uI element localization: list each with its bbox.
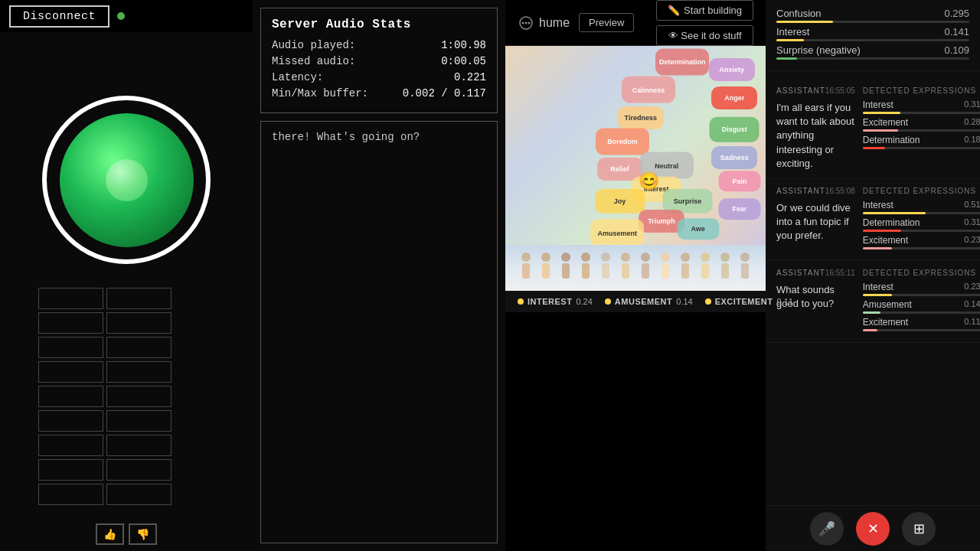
emotion-bubble-sadness[interactable]: Sadness	[711, 146, 757, 169]
conversation-entry: ASSISTANT 16:55:08 Or we could dive into…	[766, 179, 980, 261]
disconnect-button[interactable]: Disconnect	[9, 5, 109, 28]
emotion-bubble-fear[interactable]: Fear	[719, 198, 761, 220]
conversation-area: ASSISTANT 16:55:05 I'm all ears if you w…	[766, 71, 980, 505]
expression-row: Excitement 0.236	[863, 235, 980, 249]
expression-row: Interest 0.310	[863, 99, 980, 114]
latency-label: Latency:	[272, 71, 323, 83]
emotion-tag-interest: INTEREST 0.24	[518, 297, 593, 306]
top-emotion-value: 0.295	[944, 8, 969, 19]
stats-title: Server Audio Stats	[272, 18, 486, 31]
detected-label: DETECTED EXPRESSIONS	[863, 269, 980, 277]
grid-cell[interactable]	[38, 386, 103, 407]
grid-cell[interactable]	[38, 410, 103, 432]
stop-button[interactable]: ✕	[856, 512, 890, 546]
hume-logo-icon	[518, 15, 534, 31]
see-it-do-button[interactable]: 👁 See it do stuff	[656, 25, 753, 46]
mic-button[interactable]: 🎤	[810, 512, 844, 546]
expression-bar-fill	[863, 294, 892, 296]
emotion-bar-row: INTEREST 0.24 AMUSEMENT 0.14 EXCITEMENT …	[505, 291, 766, 312]
interest-val: 0.24	[576, 297, 592, 306]
preview-button[interactable]: Preview	[579, 13, 634, 32]
grid-cell[interactable]	[38, 435, 103, 456]
expression-value: 0.119	[964, 317, 980, 329]
emotion-bubble-disgust[interactable]: Disgust	[710, 117, 760, 142]
amusement-name: AMUSEMENT	[615, 297, 672, 306]
emotion-bubble-awe[interactable]: Awe	[677, 218, 719, 240]
core-dot	[106, 159, 148, 201]
expression-row: Excitement 0.119	[863, 317, 980, 331]
grid-cell[interactable]	[38, 337, 103, 358]
detected-label: DETECTED EXPRESSIONS	[863, 187, 980, 195]
expression-bar-fill	[863, 147, 885, 149]
expression-name: Interest	[863, 200, 893, 210]
emotion-bubble-anxiety[interactable]: Anxiety	[709, 58, 755, 81]
expression-bar-bg	[863, 212, 980, 214]
grid-cell[interactable]	[106, 435, 172, 456]
grid-cell[interactable]	[106, 386, 172, 407]
top-bar: Disconnect	[0, 0, 253, 32]
emotion-bubble-determination[interactable]: Determination	[655, 48, 709, 75]
excitement-name: EXCITEMENT	[715, 297, 773, 306]
conv-time: 16:55:08	[825, 187, 855, 198]
avatar-figure-2	[537, 253, 554, 283]
expression-row: Amusement 0.143	[863, 299, 980, 314]
emotion-bubble-amusement[interactable]: Amusement	[590, 220, 644, 245]
stats-box: Server Audio Stats Audio played: 1:00.98…	[260, 8, 498, 113]
grid-cell[interactable]	[38, 288, 103, 309]
grid-cell[interactable]	[106, 312, 172, 334]
grid-cell[interactable]	[106, 337, 172, 358]
emotion-bubble-pain[interactable]: Pain	[719, 171, 761, 192]
grid-cell[interactable]	[106, 410, 172, 432]
expression-bar-bg	[863, 112, 980, 114]
grid-cell[interactable]	[38, 484, 103, 505]
expression-name: Determination	[863, 135, 920, 145]
audio-played-label: Audio played:	[272, 39, 355, 51]
top-emotion-name: Interest	[776, 26, 809, 37]
grid-cell[interactable]	[38, 361, 103, 383]
emotion-bubble-calmness[interactable]: Calmness	[622, 77, 675, 103]
grid-cell[interactable]	[106, 459, 172, 481]
grid-cell[interactable]	[38, 312, 103, 334]
hume-logo-text: hume	[539, 16, 570, 30]
avatar-row	[505, 245, 766, 291]
detected-label: DETECTED EXPRESSIONS	[863, 86, 980, 95]
grid-cell[interactable]	[106, 361, 172, 383]
grid-cell[interactable]	[106, 484, 172, 505]
expression-bar-fill	[863, 329, 877, 331]
stats-row-latency: Latency: 0.221	[272, 71, 486, 83]
feedback-bar: 👍 👎	[96, 523, 157, 545]
emotion-bubble-boredom[interactable]: Boredom	[596, 128, 649, 155]
expression-value: 0.239	[964, 282, 980, 294]
avatar-figure-6	[617, 253, 634, 283]
thumbs-down-button[interactable]: 👎	[129, 523, 157, 545]
conv-role: ASSISTANT	[776, 269, 825, 277]
expression-name: Determination	[863, 217, 920, 228]
conv-right: DETECTED EXPRESSIONS Interest 0.239 Amus…	[863, 269, 980, 334]
conv-right: DETECTED EXPRESSIONS Interest 0.310 Exci…	[863, 86, 980, 171]
svg-point-3	[528, 21, 531, 24]
expression-value: 0.286	[964, 117, 980, 129]
grid-cell[interactable]	[106, 288, 172, 309]
interest-name: INTEREST	[528, 297, 572, 306]
emotion-bubble-anger[interactable]: Anger	[711, 86, 757, 109]
expression-name: Interest	[863, 99, 893, 110]
top-emotion-bar	[776, 21, 833, 23]
middle-panel: Server Audio Stats Audio played: 1:00.98…	[253, 0, 505, 551]
expression-row: Determination 0.180	[863, 135, 980, 149]
emotion-bubble-tiredness[interactable]: Tiredness	[618, 106, 664, 129]
bottom-controls: 🎤 ✕ ⊞	[766, 505, 980, 551]
start-building-button[interactable]: ✏️ Start building	[656, 0, 753, 21]
avatar-figure-3	[557, 253, 574, 283]
buffer-label: Min/Max buffer:	[272, 87, 368, 99]
emotion-bubble-joy[interactable]: Joy	[595, 189, 645, 214]
expression-bar-bg	[863, 129, 980, 132]
expression-bar-fill	[863, 112, 901, 114]
avatar-figure-7	[637, 253, 654, 283]
emotion-tag-excitement: EXCITEMENT 0.11	[705, 297, 793, 306]
expression-bar-bg	[863, 230, 980, 232]
hume-logo: hume	[518, 15, 570, 31]
thumbs-up-button[interactable]: 👍	[96, 523, 124, 545]
expression-name: Excitement	[863, 317, 908, 328]
grid-cell[interactable]	[38, 459, 103, 481]
layout-button[interactable]: ⊞	[902, 512, 936, 546]
